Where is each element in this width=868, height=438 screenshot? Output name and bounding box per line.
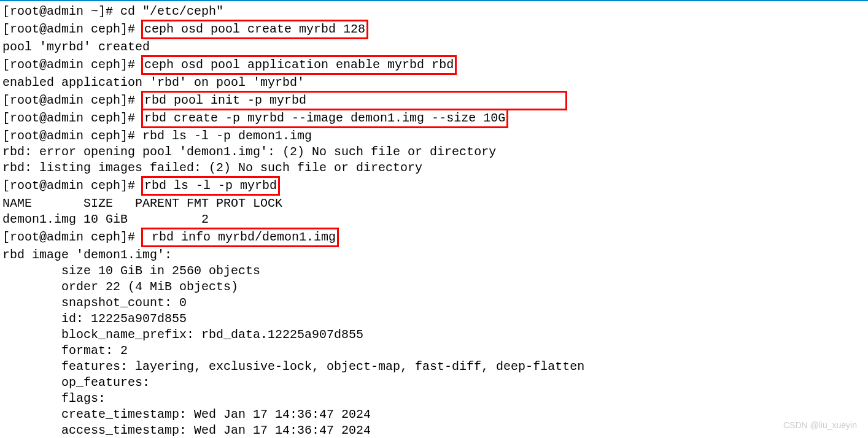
terminal-error: rbd: listing images failed: (2) No such …	[2, 160, 866, 176]
terminal-line: [root@admin ceph]# ceph osd pool create …	[2, 20, 866, 39]
rbd-info-features: features: layering, exclusive-lock, obje…	[2, 359, 866, 375]
rbd-info-create-ts: create_timestamp: Wed Jan 17 14:36:47 20…	[2, 407, 866, 423]
terminal-line: [root@admin ceph]# rbd ls -l -p myrbd	[2, 176, 866, 196]
terminal-line: [root@admin ceph]# ceph osd pool applica…	[2, 55, 866, 75]
watermark: CSDN @liu_xueyin	[783, 420, 857, 431]
prompt: [root@admin ceph]#	[2, 129, 142, 143]
prompt: [root@admin ceph]#	[2, 58, 142, 72]
highlighted-command: ceph osd pool application enable myrbd r…	[141, 55, 457, 75]
terminal-output: pool 'myrbd' created	[2, 39, 866, 55]
highlighted-command: rbd ls -l -p myrbd	[141, 176, 280, 196]
prompt: [root@admin ~]#	[2, 4, 120, 18]
rbd-info-id: id: 12225a907d855	[2, 311, 866, 327]
rbd-info-access-ts: access_timestamp: Wed Jan 17 14:36:47 20…	[2, 423, 866, 438]
table-header: NAME SIZE PARENT FMT PROT LOCK	[2, 196, 866, 212]
terminal-line: [root@admin ceph]# rbd pool init -p myrb…	[2, 91, 866, 110]
terminal-line: [root@admin ceph]# rbd ls -l -p demon1.i…	[2, 128, 866, 144]
highlighted-command: ceph osd pool create myrbd 128	[141, 20, 368, 39]
rbd-info-order: order 22 (4 MiB objects)	[2, 279, 866, 295]
rbd-info-snapshot: snapshot_count: 0	[2, 295, 866, 311]
terminal-line: [root@admin ~]# cd "/etc/ceph"	[2, 4, 866, 20]
terminal-error: rbd: error opening pool 'demon1.img': (2…	[2, 144, 866, 160]
table-row: demon1.img 10 GiB 2	[2, 212, 866, 228]
terminal-line: [root@admin ceph]# rbd info myrbd/demon1…	[2, 228, 866, 247]
prompt: [root@admin ceph]#	[2, 111, 142, 125]
prompt: [root@admin ceph]#	[2, 179, 142, 193]
highlighted-command: rbd info myrbd/demon1.img	[141, 228, 339, 247]
highlighted-command: rbd pool init -p myrbd	[141, 91, 567, 110]
command: cd "/etc/ceph"	[120, 4, 223, 18]
terminal-line: [root@admin ceph]# rbd create -p myrbd -…	[2, 109, 866, 128]
prompt: [root@admin ceph]#	[2, 230, 142, 244]
prompt: [root@admin ceph]#	[2, 93, 142, 107]
terminal-output: enabled application 'rbd' on pool 'myrbd…	[2, 75, 866, 91]
command: rbd ls -l -p demon1.img	[142, 129, 312, 143]
highlighted-command: rbd create -p myrbd --image demon1.img -…	[141, 109, 508, 128]
terminal-output: rbd image 'demon1.img':	[2, 247, 866, 263]
rbd-info-opfeatures: op_features:	[2, 375, 866, 391]
prompt: [root@admin ceph]#	[2, 22, 142, 36]
rbd-info-format: format: 2	[2, 343, 866, 359]
rbd-info-flags: flags:	[2, 391, 866, 407]
rbd-info-prefix: block_name_prefix: rbd_data.12225a907d85…	[2, 327, 866, 343]
rbd-info-size: size 10 GiB in 2560 objects	[2, 263, 866, 279]
